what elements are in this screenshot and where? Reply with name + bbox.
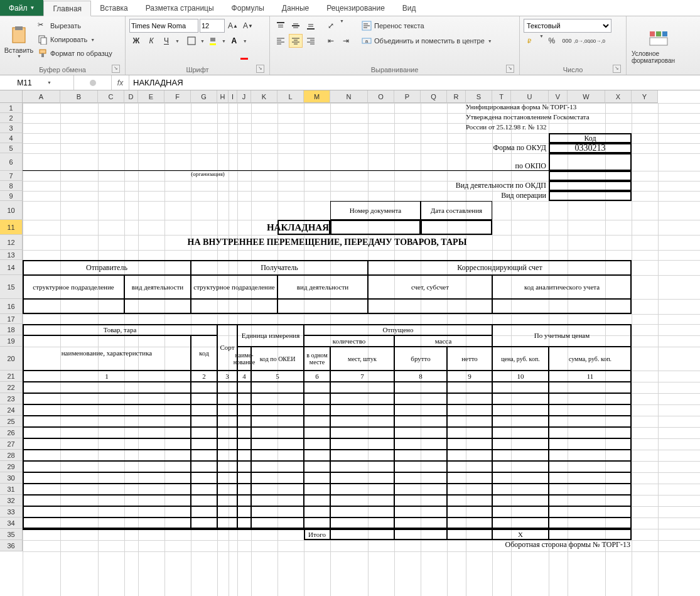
row-header-8[interactable]: 8 — [0, 181, 23, 191]
column-header-J[interactable]: J — [237, 90, 251, 103]
column-header-U[interactable]: U — [511, 90, 549, 103]
column-header-E[interactable]: E — [138, 90, 164, 103]
increase-decimal-button[interactable]: ,0→,00 — [575, 34, 589, 48]
tab-home[interactable]: Главная — [43, 1, 91, 16]
chevron-down-icon[interactable]: ▼ — [47, 80, 51, 85]
column-header-L[interactable]: L — [277, 90, 304, 103]
font-color-button[interactable]: A — [227, 34, 241, 48]
column-header-T[interactable]: T — [492, 90, 511, 103]
percent-button[interactable]: % — [545, 34, 559, 48]
row-header-21[interactable]: 21 — [0, 371, 23, 382]
row-header-6[interactable]: 6 — [0, 153, 23, 171]
column-header-O[interactable]: O — [368, 90, 394, 103]
align-top-button[interactable] — [274, 19, 288, 33]
row-header-10[interactable]: 10 — [0, 201, 23, 220]
increase-font-button[interactable]: A▲ — [226, 19, 240, 33]
row-header-22[interactable]: 22 — [0, 382, 23, 393]
tab-insert[interactable]: Вставка — [91, 0, 137, 16]
row-header-26[interactable]: 26 — [0, 427, 23, 438]
row-header-14[interactable]: 14 — [0, 260, 23, 275]
format-painter-button[interactable]: Формат по образцу — [36, 46, 114, 60]
select-all-corner[interactable] — [0, 90, 23, 103]
cells-area[interactable]: Унифицированная форма № ТОРГ-13Утвержден… — [23, 103, 700, 596]
row-header-2[interactable]: 2 — [0, 113, 23, 123]
align-middle-button[interactable] — [289, 19, 303, 33]
formula-input[interactable] — [129, 78, 700, 87]
decrease-font-button[interactable]: A▼ — [241, 19, 255, 33]
row-header-29[interactable]: 29 — [0, 461, 23, 472]
borders-button[interactable] — [185, 34, 198, 48]
increase-indent-button[interactable]: ⇥ — [339, 34, 353, 48]
number-format-combo[interactable]: Текстовый — [524, 19, 611, 33]
decrease-indent-button[interactable]: ⇤ — [324, 34, 338, 48]
column-header-Y[interactable]: Y — [632, 90, 658, 103]
number-dialog-launcher[interactable]: ↘ — [613, 65, 621, 73]
row-header-25[interactable]: 25 — [0, 416, 23, 427]
row-header-33[interactable]: 33 — [0, 506, 23, 517]
row-header-5[interactable]: 5 — [0, 143, 23, 153]
wrap-text-button[interactable]: Перенос текста — [360, 19, 493, 33]
row-header-3[interactable]: 3 — [0, 123, 23, 133]
row-header-9[interactable]: 9 — [0, 191, 23, 201]
cut-button[interactable]: ✂ Вырезать — [36, 19, 114, 33]
spreadsheet-grid[interactable]: ABCDEFGHIJKLMNOPQRSTUVWXY 12345678910111… — [0, 90, 700, 596]
comma-style-button[interactable]: 000 — [560, 34, 574, 48]
alignment-dialog-launcher[interactable]: ↘ — [506, 65, 514, 73]
row-header-7[interactable]: 7 — [0, 171, 23, 181]
row-header-36[interactable]: 36 — [0, 540, 23, 551]
font-dialog-launcher[interactable]: ↘ — [256, 65, 264, 73]
row-header-11[interactable]: 11 — [0, 220, 23, 235]
row-header-4[interactable]: 4 — [0, 133, 23, 143]
row-header-16[interactable]: 16 — [0, 299, 23, 314]
insert-function-button[interactable]: fx — [112, 75, 129, 90]
column-header-N[interactable]: N — [330, 90, 368, 103]
row-header-27[interactable]: 27 — [0, 438, 23, 450]
row-header-13[interactable]: 13 — [0, 250, 23, 260]
italic-button[interactable]: К — [144, 34, 158, 48]
currency-button[interactable]: ₽ — [524, 34, 537, 48]
row-header-19[interactable]: 19 — [0, 335, 23, 347]
column-header-K[interactable]: K — [251, 90, 277, 103]
row-header-31[interactable]: 31 — [0, 484, 23, 495]
column-header-C[interactable]: C — [98, 90, 124, 103]
column-header-P[interactable]: P — [394, 90, 421, 103]
column-header-M[interactable]: M — [304, 90, 330, 103]
column-header-B[interactable]: B — [60, 90, 98, 103]
row-header-28[interactable]: 28 — [0, 450, 23, 461]
paste-button[interactable]: Вставить ▼ — [4, 19, 34, 65]
tab-formulas[interactable]: Формулы — [223, 0, 273, 16]
column-header-R[interactable]: R — [447, 90, 466, 103]
merge-center-button[interactable]: a Объединить и поместить в центре ▼ — [360, 34, 493, 48]
column-header-Q[interactable]: Q — [421, 90, 447, 103]
font-name-combo[interactable] — [129, 19, 198, 33]
font-size-combo[interactable] — [200, 19, 225, 33]
copy-button[interactable]: Копировать ▼ — [36, 33, 114, 46]
column-header-X[interactable]: X — [605, 90, 632, 103]
tab-view[interactable]: Вид — [394, 0, 425, 16]
column-header-W[interactable]: W — [568, 90, 605, 103]
fill-color-button[interactable] — [206, 34, 220, 48]
column-header-F[interactable]: F — [164, 90, 191, 103]
column-header-S[interactable]: S — [466, 90, 492, 103]
row-header-17[interactable]: 17 — [0, 314, 23, 324]
name-box-input[interactable] — [3, 79, 46, 87]
column-header-I[interactable]: I — [229, 90, 237, 103]
name-box[interactable]: ▼ — [0, 75, 74, 90]
row-header-23[interactable]: 23 — [0, 393, 23, 404]
row-header-1[interactable]: 1 — [0, 103, 23, 113]
align-right-button[interactable] — [304, 34, 318, 48]
row-header-18[interactable]: 18 — [0, 324, 23, 335]
column-header-V[interactable]: V — [549, 90, 568, 103]
row-header-35[interactable]: 35 — [0, 529, 23, 540]
column-header-H[interactable]: H — [217, 90, 229, 103]
row-header-34[interactable]: 34 — [0, 517, 23, 529]
underline-button[interactable]: Ч — [159, 34, 173, 48]
column-header-A[interactable]: A — [23, 90, 60, 103]
file-tab[interactable]: Файл ▼ — [0, 0, 43, 16]
align-left-button[interactable] — [274, 34, 288, 48]
column-header-G[interactable]: G — [191, 90, 217, 103]
align-bottom-button[interactable] — [304, 19, 318, 33]
row-header-30[interactable]: 30 — [0, 472, 23, 484]
row-header-12[interactable]: 12 — [0, 235, 23, 250]
bold-button[interactable]: Ж — [129, 34, 143, 48]
